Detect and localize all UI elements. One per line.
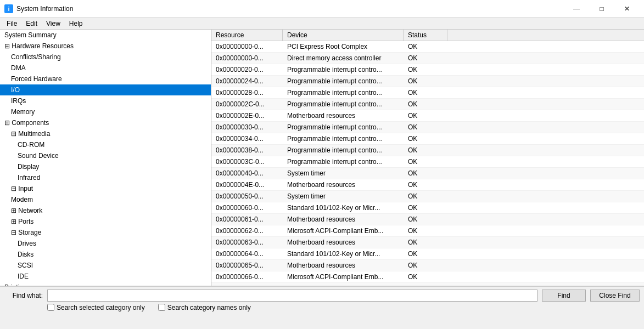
menu-item-edit[interactable]: Edit [21, 19, 42, 29]
search-names-label[interactable]: Search category names only [158, 304, 251, 311]
menu-item-help[interactable]: Help [65, 19, 87, 29]
window-title: System Information [16, 5, 564, 13]
table-row[interactable]: 0x00000050-0...System timerOK [211, 191, 644, 202]
tree-item[interactable]: IRQs [0, 95, 211, 106]
tree-item[interactable]: ⊞ Network [0, 205, 211, 216]
table-row[interactable]: 0x00000000-0...Direct memory access cont… [211, 53, 644, 64]
table-row[interactable]: 0x00000063-0...Motherboard resourcesOK [211, 237, 644, 248]
menu-item-view[interactable]: View [42, 19, 65, 29]
tree-item[interactable]: Conflicts/Sharing [0, 52, 211, 63]
cell-resource: 0x00000000-0... [211, 41, 283, 52]
table-row[interactable]: 0x00000038-0...Programmable interrupt co… [211, 145, 644, 156]
cell-resource: 0x00000034-0... [211, 133, 283, 144]
table-row[interactable]: 0x00000000-0...PCI Express Root ComplexO… [211, 41, 644, 53]
col-header-device: Device [283, 30, 404, 41]
tree-item[interactable]: Sound Device [0, 150, 211, 161]
cell-status: OK [404, 225, 447, 236]
tree-item[interactable]: ⊟ Components [0, 117, 211, 128]
svg-text:i: i [8, 5, 9, 12]
tree-item[interactable]: ⊟ Input [0, 183, 211, 194]
find-button[interactable]: Find [542, 290, 586, 302]
table-row[interactable]: 0x0000003C-0...Programmable interrupt co… [211, 156, 644, 168]
tree-item[interactable]: Infrared [0, 172, 211, 183]
cell-resource: 0x00000020-0... [211, 64, 283, 75]
cell-device: Motherboard resources [283, 260, 404, 271]
tree-item[interactable]: Forced Hardware [0, 73, 211, 84]
search-names-checkbox[interactable] [158, 304, 165, 311]
cell-device: System timer [283, 191, 404, 202]
tree-item[interactable]: Memory [0, 106, 211, 117]
bottom-search-bar: Find what: Find Close Find Search select… [0, 286, 644, 314]
title-bar-controls: — □ ✕ [564, 0, 640, 18]
cell-resource: 0x00000060-0... [211, 202, 283, 213]
find-what-input[interactable] [47, 290, 537, 302]
cell-status: OK [404, 145, 447, 156]
cell-resource: 0x00000066-0... [211, 271, 283, 282]
tree-item[interactable]: Disks [0, 249, 211, 260]
app-icon: i [4, 4, 13, 13]
tree-item[interactable]: SCSI [0, 260, 211, 271]
tree-item[interactable]: System Summary [0, 30, 211, 41]
table-row[interactable]: 0x00000066-0...Microsoft ACPI-Compliant … [211, 271, 644, 283]
cell-status: OK [404, 99, 447, 110]
tree-item[interactable]: ⊞ Ports [0, 216, 211, 227]
cell-device: Programmable interrupt contro... [283, 156, 404, 167]
table-row[interactable]: 0x00000040-0...System timerOK [211, 168, 644, 179]
table-row[interactable]: 0x00000064-0...Standard 101/102-Key or M… [211, 248, 644, 260]
table-row[interactable]: 0x0000002C-0...Programmable interrupt co… [211, 99, 644, 110]
table-row[interactable]: 0x00000067-0...Motherboard resourcesOK [211, 283, 644, 286]
tree-item[interactable]: ⊟ Hardware Resources [0, 41, 211, 52]
table-row[interactable]: 0x00000030-0...Programmable interrupt co… [211, 122, 644, 133]
cell-resource: 0x0000002C-0... [211, 99, 283, 110]
close-button[interactable]: ✕ [614, 0, 640, 18]
cell-device: Direct memory access controller [283, 53, 404, 64]
tree-item[interactable]: CD-ROM [0, 139, 211, 150]
cell-resource: 0x00000050-0... [211, 191, 283, 202]
cell-device: System timer [283, 168, 404, 179]
tree-item[interactable]: Modem [0, 194, 211, 205]
tree-item[interactable]: Printing [0, 282, 211, 286]
table-row[interactable]: 0x00000062-0...Microsoft ACPI-Compliant … [211, 225, 644, 237]
table-header: Resource Device Status [211, 30, 644, 41]
cell-resource: 0x00000062-0... [211, 225, 283, 236]
search-selected-label[interactable]: Search selected category only [47, 304, 145, 311]
cell-status: OK [404, 214, 447, 225]
right-table-pane: Resource Device Status 0x00000000-0...PC… [211, 30, 644, 286]
menu-item-file[interactable]: File [2, 19, 21, 29]
minimize-button[interactable]: — [564, 0, 589, 18]
table-row[interactable]: 0x00000060-0...Standard 101/102-Key or M… [211, 202, 644, 214]
table-row[interactable]: 0x0000004E-0...Motherboard resourcesOK [211, 179, 644, 191]
tree-item[interactable]: Display [0, 161, 211, 172]
tree-item[interactable]: ⊟ Storage [0, 227, 211, 238]
table-row[interactable]: 0x00000028-0...Programmable interrupt co… [211, 87, 644, 99]
main-area: System Summary⊟ Hardware ResourcesConfli… [0, 30, 644, 286]
tree-item[interactable]: I/O [0, 84, 211, 95]
cell-status: OK [404, 237, 447, 248]
cell-resource: 0x00000028-0... [211, 87, 283, 98]
cell-device: Motherboard resources [283, 283, 404, 286]
table-row[interactable]: 0x00000034-0...Programmable interrupt co… [211, 133, 644, 145]
cell-resource: 0x00000038-0... [211, 145, 283, 156]
maximize-button[interactable]: □ [589, 0, 614, 18]
search-selected-checkbox[interactable] [47, 304, 54, 311]
title-bar: i System Information — □ ✕ [0, 0, 644, 18]
close-find-button[interactable]: Close Find [590, 290, 640, 302]
cell-status: OK [404, 271, 447, 282]
cell-device: Standard 101/102-Key or Micr... [283, 248, 404, 259]
cell-status: OK [404, 133, 447, 144]
tree-item[interactable]: DMA [0, 63, 211, 73]
table-row[interactable]: 0x00000061-0...Motherboard resourcesOK [211, 214, 644, 225]
tree-item[interactable]: Drives [0, 238, 211, 249]
table-row[interactable]: 0x00000024-0...Programmable interrupt co… [211, 76, 644, 87]
cell-resource: 0x00000000-0... [211, 53, 283, 64]
search-options-row: Search selected category only Search cat… [4, 304, 640, 311]
cell-device: Motherboard resources [283, 237, 404, 248]
tree-item[interactable]: IDE [0, 271, 211, 282]
table-body: 0x00000000-0...PCI Express Root ComplexO… [211, 41, 644, 286]
table-row[interactable]: 0x00000065-0...Motherboard resourcesOK [211, 260, 644, 271]
cell-resource: 0x0000002E-0... [211, 110, 283, 121]
table-row[interactable]: 0x00000020-0...Programmable interrupt co… [211, 64, 644, 76]
cell-status: OK [404, 179, 447, 190]
table-row[interactable]: 0x0000002E-0...Motherboard resourcesOK [211, 110, 644, 122]
tree-item[interactable]: ⊟ Multimedia [0, 128, 211, 139]
